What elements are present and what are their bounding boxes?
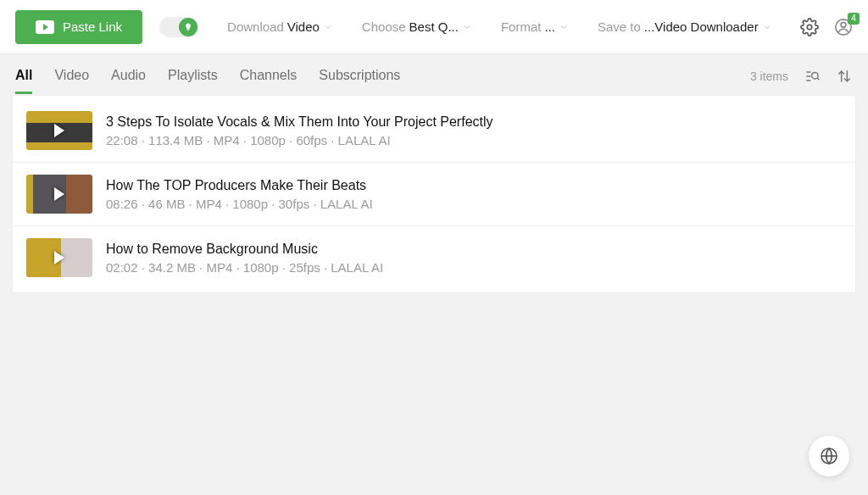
gear-icon (800, 18, 819, 36)
account-button[interactable]: 4 (834, 18, 853, 36)
tab-audio[interactable]: Audio (111, 59, 146, 94)
format-select[interactable]: Format ... (501, 19, 569, 34)
chevron-down-icon (762, 22, 772, 32)
filter-tabs: All Video Audio Playlists Channels Subsc… (0, 54, 868, 93)
sort-button[interactable] (836, 68, 853, 85)
svg-line-10 (817, 78, 819, 80)
paste-link-button[interactable]: Paste Link (15, 10, 142, 44)
tab-all[interactable]: All (15, 59, 32, 94)
svg-point-5 (841, 22, 846, 27)
chevron-down-icon (462, 22, 472, 32)
search-list-icon (804, 68, 821, 85)
video-meta: 08:26 · 46 MB · MP4 · 1080p · 30fps · LA… (106, 197, 842, 211)
settings-button[interactable] (800, 18, 819, 36)
svg-point-3 (807, 25, 812, 30)
notification-badge: 4 (848, 13, 860, 25)
smart-mode-toggle[interactable] (159, 17, 198, 37)
tab-channels[interactable]: Channels (240, 59, 298, 94)
video-thumbnail (26, 111, 92, 150)
svg-point-9 (812, 72, 819, 79)
play-icon (54, 124, 64, 137)
play-icon (54, 187, 64, 201)
globe-icon (819, 446, 839, 466)
items-count: 3 items (750, 70, 788, 83)
video-meta: 02:02 · 34.2 MB · MP4 · 1080p · 25fps · … (106, 260, 842, 275)
video-title: 3 Steps To Isolate Vocals & Mix Them Int… (106, 114, 842, 130)
chevron-down-icon (559, 22, 569, 32)
tab-video[interactable]: Video (54, 59, 89, 94)
list-item[interactable]: 3 Steps To Isolate Vocals & Mix Them Int… (13, 99, 855, 162)
tab-subscriptions[interactable]: Subscriptions (319, 59, 400, 94)
quality-select[interactable]: Choose Best Q... (362, 19, 472, 34)
video-meta: 22:08 · 113.4 MB · MP4 · 1080p · 60fps ·… (106, 133, 842, 147)
search-button[interactable] (804, 68, 821, 85)
sort-icon (836, 68, 853, 85)
video-title: How The TOP Producers Make Their Beats (106, 178, 842, 193)
video-thumbnail (26, 175, 92, 214)
play-icon (54, 251, 64, 264)
paste-link-label: Paste Link (63, 19, 122, 34)
downloads-list: 3 Steps To Isolate Vocals & Mix Them Int… (12, 95, 856, 293)
list-item[interactable]: How The TOP Producers Make Their Beats 0… (13, 162, 855, 225)
lightbulb-icon (179, 18, 198, 36)
saveto-select[interactable]: Save to ...Video Downloader (598, 19, 772, 34)
video-thumbnail (26, 238, 92, 277)
video-title: How to Remove Background Music (106, 242, 842, 257)
list-item[interactable]: How to Remove Background Music 02:02 · 3… (13, 225, 855, 289)
tab-playlists[interactable]: Playlists (168, 59, 218, 94)
download-type-select[interactable]: Download Video (227, 19, 333, 34)
svg-rect-2 (187, 30, 190, 31)
browser-fab[interactable] (809, 436, 849, 476)
top-toolbar: Paste Link Download Video Choose Best Q.… (0, 0, 868, 54)
youtube-icon (36, 20, 54, 34)
chevron-down-icon (323, 22, 333, 32)
